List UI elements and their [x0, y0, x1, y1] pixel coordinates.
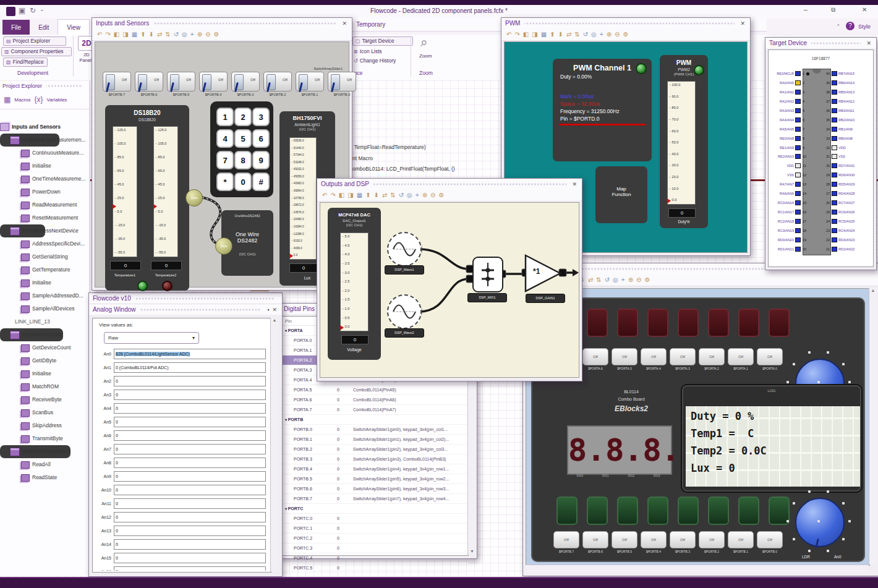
- pin-row[interactable]: PORTB: [283, 415, 468, 425]
- channel-value-field[interactable]: 0: [114, 430, 266, 441]
- slide-switch[interactable]: Off: [135, 72, 163, 92]
- tree-item[interactable]: ReadAll: [0, 458, 90, 471]
- pin-row[interactable]: PORTC.40: [283, 553, 468, 563]
- redo-icon[interactable]: ↷: [514, 32, 519, 38]
- zoom-out-icon[interactable]: ⊖: [615, 32, 620, 38]
- pin-row[interactable]: PORTB.00SwitchArraySlider1(pin0), keypad…: [283, 425, 468, 435]
- flip-vertical-icon[interactable]: ⇅: [390, 192, 395, 198]
- switch-lever[interactable]: [138, 74, 147, 90]
- project-explorer-button[interactable]: ▤Project Explorer: [3, 36, 66, 46]
- slide-switch[interactable]: Off: [296, 72, 324, 92]
- copy-icon[interactable]: ◧: [523, 32, 529, 38]
- chip-pin[interactable]: VDD11: [733, 162, 810, 169]
- pin-row[interactable]: PORTC.20: [283, 534, 468, 543]
- grid-icon[interactable]: ▦: [132, 32, 137, 38]
- chip-pin[interactable]: 24RC5/AN25: [822, 218, 878, 225]
- channel-value-field[interactable]: 0: [114, 566, 266, 571]
- keypad-key[interactable]: 9: [252, 151, 270, 169]
- tree-item[interactable]: PowerDown: [0, 185, 90, 198]
- chip-pin[interactable]: RC1/AN1716: [733, 208, 810, 216]
- chip-pin[interactable]: RC3/AN1918: [733, 227, 810, 234]
- tree-item[interactable]: MatchROM: [0, 380, 90, 393]
- switch-lever[interactable]: [331, 74, 340, 90]
- channel-value-field[interactable]: 0: [114, 539, 266, 550]
- move-up-icon[interactable]: ⬆: [550, 32, 555, 38]
- switch-lever[interactable]: [170, 74, 179, 90]
- chip-pin[interactable]: RE0/AN88: [733, 135, 810, 142]
- chip-pin[interactable]: 40RB7/AN15: [822, 70, 878, 77]
- pin-row[interactable]: PORTC.30: [283, 543, 468, 553]
- portb-toggle-button[interactable]: Off: [582, 531, 608, 548]
- keypad-key[interactable]: 4: [216, 129, 234, 148]
- pin-row[interactable]: PORTA.70ComboBL0114(PinA7): [283, 405, 468, 415]
- chip-pin[interactable]: 32VDD: [822, 144, 878, 151]
- board-vertical-scrollbar[interactable]: ▲: [869, 288, 877, 565]
- settings-icon[interactable]: ⚙: [644, 277, 650, 283]
- minimize-button[interactable]: –: [804, 6, 808, 13]
- chip-pin[interactable]: 36RB3/AN11: [822, 107, 878, 114]
- tree-item[interactable]: GetIDByte: [0, 354, 90, 367]
- pin-row[interactable]: PORTC.00: [283, 514, 468, 524]
- zoom-out-icon[interactable]: ⊖: [430, 192, 435, 198]
- undo-icon[interactable]: ↶: [97, 32, 102, 38]
- flip-horizontal-icon[interactable]: ⇄: [157, 32, 162, 38]
- keypad-key[interactable]: 8: [234, 151, 252, 169]
- dsp-mix-component[interactable]: [472, 257, 503, 292]
- rotate-icon[interactable]: ↺: [605, 277, 610, 283]
- outputs-window-titlebar[interactable]: Outputs and DSP✕: [317, 179, 582, 189]
- close-icon[interactable]: ✕: [739, 20, 746, 27]
- temperature1-slider[interactable]: 125.0105.085.065.045.025.05.0-15.0-35.0-…: [113, 126, 137, 257]
- tab-view[interactable]: View: [58, 19, 90, 35]
- flip-horizontal-icon[interactable]: ⇄: [382, 192, 387, 198]
- portb-toggle-button[interactable]: Off: [612, 531, 637, 548]
- tree-item[interactable]: ScanBus: [0, 406, 90, 419]
- settings-icon[interactable]: ⚙: [213, 32, 219, 38]
- component-properties-button[interactable]: ▥Component Properties: [1, 47, 72, 56]
- close-icon[interactable]: ✕: [271, 307, 278, 313]
- chip-pin[interactable]: RE3/MCLR1: [733, 70, 810, 77]
- tree-item[interactable]: TransmitByte: [0, 432, 90, 445]
- tab-edit[interactable]: Edit: [30, 20, 58, 35]
- channel-value-field[interactable]: 0: [114, 498, 266, 509]
- ldr-knob[interactable]: [795, 498, 845, 547]
- slide-switch[interactable]: Off: [199, 72, 228, 92]
- channel-value-field[interactable]: 0: [114, 444, 266, 454]
- chip-pin[interactable]: 37RB4/AN12: [822, 98, 878, 105]
- channel-value-field[interactable]: 0: [114, 403, 266, 414]
- pin-row[interactable]: PORTA.50ComboBL0114(PinA5): [283, 385, 468, 395]
- chip-pin[interactable]: 25RC6/AN26: [822, 208, 878, 216]
- analog-scrollbar[interactable]: ▲: [270, 318, 278, 571]
- tree-item[interactable]: ReceiveByte: [0, 393, 90, 406]
- redo-icon[interactable]: ↷: [105, 32, 110, 38]
- copy-icon[interactable]: ◧: [339, 192, 344, 198]
- variables-icon[interactable]: {x}: [35, 95, 43, 104]
- flip-horizontal-icon[interactable]: ⇄: [588, 277, 593, 283]
- restore-button[interactable]: ⧉: [831, 6, 835, 14]
- change-history-toggle[interactable]: ↺Change History: [354, 58, 396, 64]
- chip-pin[interactable]: RA7/AN713: [733, 181, 810, 188]
- chip-pin[interactable]: 39RB6/AN14: [822, 79, 878, 87]
- dsp-gain-component[interactable]: [524, 254, 563, 292]
- tree-item[interactable]: ReadState: [0, 471, 90, 484]
- pin-row[interactable]: PORTB.40SwitchArraySlider1(pin4), keypad…: [283, 464, 468, 474]
- zoom-icon[interactable]: ⌕: [420, 35, 428, 49]
- channel-value-field[interactable]: 0: [114, 458, 266, 468]
- chip-pin[interactable]: 33RB0/AN8: [822, 135, 878, 142]
- chip-pin[interactable]: RC2/AN1817: [733, 218, 810, 225]
- flip-vertical-icon[interactable]: ⇅: [165, 32, 170, 38]
- tree-item[interactable]: LINK_LINE_13: [0, 315, 90, 328]
- pin-row[interactable]: PORTB.30SwitchArraySlider1(pin3), ComboB…: [283, 454, 468, 464]
- tree-item[interactable]: SkipAddress: [0, 419, 90, 432]
- move-up-icon[interactable]: ⬆: [365, 192, 370, 198]
- target-icon[interactable]: ◎: [591, 32, 597, 38]
- zoom-in-icon[interactable]: ⊕: [422, 192, 427, 198]
- tree-item[interactable]: OneTimeMeasureme...: [0, 173, 90, 185]
- porta-toggle-button[interactable]: Off: [670, 348, 696, 365]
- tree-item[interactable]: SwitchArraySlider1: [0, 445, 70, 458]
- chip-pin[interactable]: RA1/AN13: [733, 88, 810, 96]
- portb-toggle-button[interactable]: Off: [670, 531, 696, 548]
- zoom-in-icon[interactable]: ⊕: [607, 32, 612, 38]
- add-icon[interactable]: +: [621, 277, 625, 283]
- target-device-titlebar[interactable]: Target Device✕: [765, 38, 876, 48]
- portb-toggle-button[interactable]: Off: [728, 531, 754, 548]
